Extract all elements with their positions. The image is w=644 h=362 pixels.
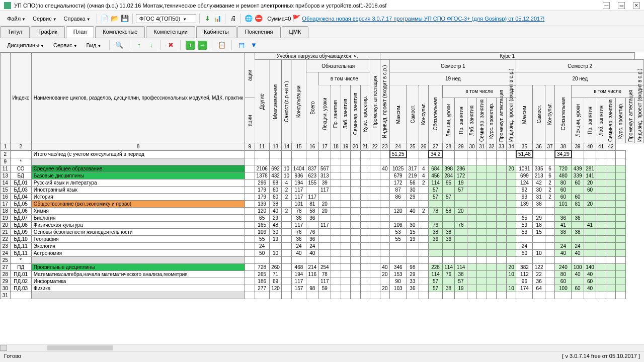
disciplines-menu[interactable]: Дисциплины▼ bbox=[4, 41, 47, 50]
table-row[interactable]: 23БД.11Экология242424242424 bbox=[1, 242, 644, 249]
doc-grey-icon[interactable]: 📋 bbox=[217, 41, 226, 50]
hdr-name: Наименование циклов, разделов, дисциплин… bbox=[31, 53, 245, 143]
table-row[interactable]: 17БД.05Обществознание (вкл.экономику и п… bbox=[1, 200, 644, 207]
save-icon[interactable]: 💾 bbox=[120, 14, 129, 23]
menu-service[interactable]: Сервис▼ bbox=[30, 14, 60, 23]
view-menu[interactable]: Вид▼ bbox=[84, 41, 105, 50]
open-icon[interactable]: 📂 bbox=[110, 14, 119, 23]
hdr-index: Индекс bbox=[10, 53, 31, 143]
stop-icon[interactable]: ⛔ bbox=[254, 14, 263, 23]
service2-menu[interactable]: Сервис▼ bbox=[50, 41, 80, 50]
arrow-down-icon[interactable]: ↓ bbox=[146, 41, 155, 50]
scroll-thumb[interactable] bbox=[47, 345, 113, 350]
tab-ЦМК[interactable]: ЦМК bbox=[282, 26, 309, 38]
hdr-course1: Курс 1 bbox=[380, 53, 634, 60]
print-icon[interactable]: 🖨 bbox=[228, 14, 237, 23]
new-doc-icon[interactable]: 📄 bbox=[100, 14, 109, 23]
menu-help[interactable]: Справка▼ bbox=[61, 14, 94, 23]
tabs: ТитулГрафикПланКомплексныеКомпетенцииКаб… bbox=[0, 26, 644, 38]
table-row[interactable]: 21БД.09Основы безопасности жизнедеятельн… bbox=[1, 228, 644, 235]
search-icon[interactable]: 🔍 bbox=[115, 41, 124, 50]
table-row[interactable]: 24БД.11Астрономия5010404050104040 bbox=[1, 249, 644, 256]
tab-Комплексные[interactable]: Комплексные bbox=[95, 26, 145, 38]
status-version: [ v 3.0.7.14 free от 05.10.2017 ] bbox=[562, 353, 640, 360]
summa-label: Сумма=0 bbox=[267, 16, 291, 22]
tab-План[interactable]: План bbox=[66, 26, 95, 38]
titlebar: УП СПО(по специальности) (очная ф.о.) 11… bbox=[0, 0, 644, 11]
table-row[interactable]: 30ПД.03Физика277120157985920103365738191… bbox=[1, 285, 644, 292]
arrow-up-icon[interactable]: ↑ bbox=[134, 41, 143, 50]
table-row[interactable]: 13БДБазовые дисциплины137843210936623313… bbox=[1, 172, 644, 179]
minimize-button[interactable]: — bbox=[603, 2, 610, 9]
update-link[interactable]: Обнаружена новая версия 3.0.7.17 програм… bbox=[302, 16, 544, 22]
maximize-button[interactable]: ▭ bbox=[618, 2, 625, 9]
menu-file[interactable]: Файл▼ bbox=[4, 14, 29, 23]
delete-icon[interactable]: ✖ bbox=[166, 41, 175, 50]
hdr-load: Учебная нагрузка обучающихся, ч. bbox=[255, 53, 380, 60]
scroll-left-btn[interactable] bbox=[0, 345, 7, 351]
table-row[interactable]: 18БД.06Химия120402785820120402785820 bbox=[1, 207, 644, 214]
window-title: УП СПО(по специальности) (очная ф.о.) 11… bbox=[14, 3, 386, 9]
table-row[interactable]: 16БД.04История17960211711786295757933126… bbox=[1, 193, 644, 200]
list-icon[interactable]: ▤ bbox=[237, 41, 246, 50]
table-row[interactable]: 27ПДПрофильные дисциплины728260468214254… bbox=[1, 263, 644, 270]
tab-Титул[interactable]: Титул bbox=[0, 26, 30, 38]
table-row[interactable]: 25* bbox=[1, 256, 644, 263]
table-row[interactable]: 14БД.01Русский язык и литература29698419… bbox=[1, 179, 644, 186]
table-row[interactable]: 20БД.08Физическая культура16548117117106… bbox=[1, 221, 644, 228]
table-row[interactable]: 22БД.10География5519363655193636 bbox=[1, 235, 644, 242]
tab-Пояснения[interactable]: Пояснения bbox=[237, 26, 281, 38]
statusbar: Готово [ v 3.0.7.14 free от 05.10.2017 ] bbox=[0, 351, 644, 362]
table-row[interactable]: 11СОСреднее общее образование21066921014… bbox=[1, 165, 644, 172]
tab-Кабинеты[interactable]: Кабинеты bbox=[196, 26, 236, 38]
add-green-icon[interactable]: + bbox=[186, 41, 195, 50]
menubar: Файл▼ Сервис▼ Справка▼ 📄 📂 💾 ФГОС 4(ТОП5… bbox=[0, 11, 644, 26]
close-button[interactable]: ✕ bbox=[633, 2, 640, 9]
add-green2-icon[interactable]: → bbox=[198, 41, 207, 50]
tab-Компетенции[interactable]: Компетенции bbox=[146, 26, 195, 38]
export-icon[interactable]: 📊 bbox=[213, 14, 222, 23]
hdr-acii: ации bbox=[245, 53, 255, 98]
filter-icon[interactable]: ▼ bbox=[249, 41, 258, 50]
status-ready: Готово bbox=[4, 353, 21, 360]
globe-icon[interactable]: 🌐 bbox=[244, 14, 253, 23]
table-row[interactable]: 15БД.03Иностранный язык17960211711787305… bbox=[1, 186, 644, 193]
app-icon bbox=[4, 2, 11, 9]
horizontal-scrollbar[interactable] bbox=[0, 344, 644, 351]
table-row[interactable]: 29ПД.02Информатика1866911711790335757963… bbox=[1, 278, 644, 285]
sub-toolbar: Дисциплины▼ Сервис▼ Вид▼ 🔍 ↑ ↓ ✖ + → 📋 ▤… bbox=[0, 38, 644, 52]
tab-График[interactable]: График bbox=[31, 26, 65, 38]
grid[interactable]: Индекс Наименование циклов, разделов, ди… bbox=[0, 52, 644, 350]
flag-icon: 🚩 bbox=[292, 14, 301, 23]
table-row[interactable]: 19БД.07Биология6529363665293636 bbox=[1, 214, 644, 221]
table-row[interactable]: 28ПД.01Математика:алгебра,начала математ… bbox=[1, 270, 644, 278]
table-row[interactable]: 31 bbox=[1, 292, 644, 299]
fgos-selector[interactable]: ФГОС 4(ТОП50) ▼ bbox=[136, 14, 197, 23]
download-icon[interactable]: ⬇ bbox=[203, 14, 212, 23]
